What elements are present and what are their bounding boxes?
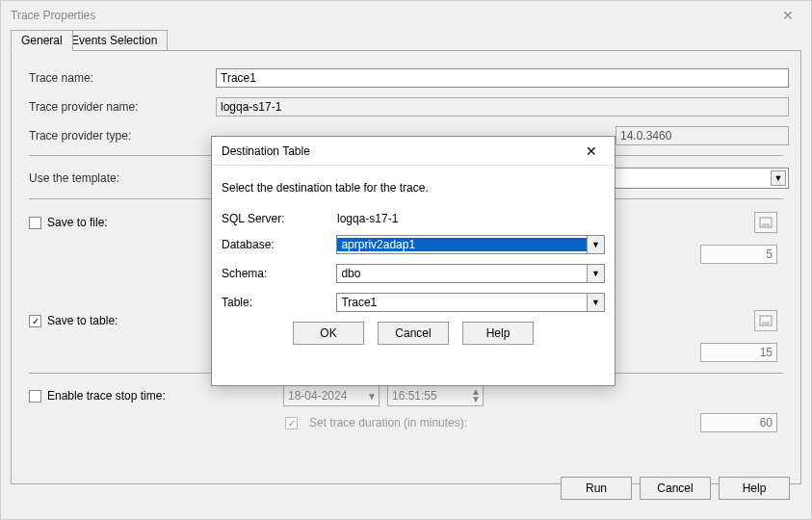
schema-label: Schema:	[222, 267, 336, 280]
chevron-down-icon: ▼	[587, 294, 604, 311]
dialog-footer: OK Cancel Help	[222, 322, 605, 345]
chevron-down-icon: ▼	[587, 265, 604, 282]
table-combobox[interactable]: Trace1 ▼	[336, 293, 605, 312]
trace-name-input[interactable]	[216, 68, 789, 88]
database-value: aprpriv2adap1	[337, 238, 587, 251]
svg-rect-3	[762, 322, 770, 325]
main-footer: Run Cancel Help	[561, 477, 790, 500]
dialog-description: Select the destination table for the tra…	[222, 181, 605, 195]
stop-time-picker[interactable]: 16:51:55 ▲▼	[387, 385, 484, 406]
stop-date-value: 18-04-2024	[288, 389, 347, 403]
table-value: Trace1	[337, 296, 587, 309]
stop-date-picker[interactable]: 18-04-2024 ▼	[283, 385, 380, 406]
ok-button[interactable]: OK	[293, 322, 364, 345]
close-icon[interactable]: ✕	[578, 140, 605, 163]
schema-combobox[interactable]: dbo ▼	[336, 264, 605, 283]
trace-name-label: Trace name:	[23, 71, 216, 85]
close-icon[interactable]: ✕	[774, 4, 801, 27]
window-title: Trace Properties	[11, 9, 95, 22]
provider-name-value: logqa-s17-1	[216, 97, 789, 117]
trace-properties-window: Trace Properties ✕ General Events Select…	[0, 0, 812, 520]
provider-version-value: 14.0.3460	[616, 126, 789, 145]
save-icon	[759, 315, 773, 326]
chevron-down-icon: ▼	[771, 170, 786, 186]
save-to-table-checkbox[interactable]: ✓	[29, 315, 41, 327]
dialog-body: Select the destination table for the tra…	[212, 166, 615, 354]
save-to-file-size: 5	[700, 245, 777, 264]
help-button[interactable]: Help	[462, 322, 534, 345]
spinner-icon: ▲▼	[471, 388, 481, 403]
destination-table-dialog: Destination Table ✕ Select the destinati…	[211, 136, 616, 386]
database-label: Database:	[222, 238, 336, 251]
duration-value: 60	[700, 413, 777, 432]
provider-name-label: Trace provider name:	[23, 100, 216, 114]
tab-events-selection[interactable]: Events Selection	[61, 30, 168, 51]
help-button[interactable]: Help	[719, 477, 790, 500]
use-template-label: Use the template:	[23, 171, 216, 185]
schema-value: dbo	[337, 267, 587, 280]
stop-time-value: 16:51:55	[392, 389, 437, 403]
save-to-table-rows: 15	[700, 343, 777, 362]
tab-general[interactable]: General	[11, 30, 73, 51]
save-to-file-checkbox[interactable]	[29, 217, 41, 229]
window-titlebar: Trace Properties ✕	[1, 1, 811, 30]
svg-rect-1	[762, 223, 770, 226]
save-table-browse-button[interactable]	[754, 310, 777, 331]
dialog-titlebar: Destination Table ✕	[212, 137, 615, 166]
save-file-browse-button[interactable]	[754, 212, 777, 233]
database-combobox[interactable]: aprpriv2adap1 ▼	[336, 235, 605, 254]
sql-server-label: SQL Server:	[222, 212, 337, 225]
chevron-down-icon: ▼	[587, 236, 604, 253]
sql-server-value: logqa-s17-1	[337, 212, 605, 225]
save-icon	[759, 217, 773, 228]
enable-stop-time-label: Enable trace stop time:	[47, 389, 166, 403]
save-to-table-label: Save to table:	[47, 314, 118, 327]
duration-label: Set trace duration (in minutes):	[309, 416, 467, 429]
table-label: Table:	[222, 296, 336, 309]
save-to-file-label: Save to file:	[47, 216, 108, 229]
duration-checkbox: ✓	[285, 417, 298, 429]
cancel-button[interactable]: Cancel	[378, 322, 449, 345]
tab-row: General Events Selection	[11, 30, 801, 51]
cancel-button[interactable]: Cancel	[640, 477, 711, 500]
provider-type-label: Trace provider type:	[23, 129, 216, 143]
chevron-down-icon: ▼	[367, 391, 377, 402]
dialog-title: Destination Table	[222, 144, 310, 158]
enable-stop-time-checkbox[interactable]	[29, 390, 41, 403]
run-button[interactable]: Run	[561, 477, 632, 500]
